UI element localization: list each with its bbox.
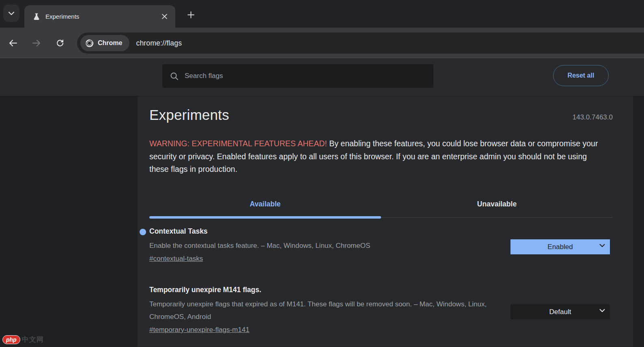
flag-select-value: Enabled [547,243,573,251]
chrome-chip-label: Chrome [98,39,122,47]
flags-tabs: Available Unavailable [149,191,613,218]
flags-content-card: Experiments 143.0.7463.0 WARNING: EXPERI… [138,96,633,347]
search-flags-input[interactable] [185,72,426,80]
browser-toolbar: Chrome chrome://flags [0,28,644,58]
watermark-text: 中文网 [22,335,44,344]
flask-icon [32,13,41,21]
tab-available[interactable]: Available [149,191,381,217]
search-flags-box[interactable] [162,64,433,88]
php-logo: php [2,335,20,344]
experimental-warning: WARNING: EXPERIMENTAL FEATURES AHEAD! By… [149,137,607,176]
flag-name: Contextual Tasks [149,227,610,236]
back-button[interactable] [5,35,21,51]
flags-search-band: Reset all [0,58,644,96]
flag-select-value: Default [549,308,571,316]
flag-description: Enable the contextual tasks feature. – M… [149,239,503,252]
plus-icon [187,11,194,18]
chevron-down-icon [8,11,15,15]
php-cn-watermark: php 中文网 [2,335,44,344]
chrome-site-chip[interactable]: Chrome [80,35,129,51]
flag-value-select[interactable]: Default [510,304,610,319]
forward-button[interactable] [28,35,45,51]
reset-all-button[interactable]: Reset all [553,65,609,86]
chrome-logo-icon [85,39,94,48]
browser-version: 143.0.7463.0 [573,113,613,123]
search-icon [170,72,179,80]
tab-search-chevron-button[interactable] [3,4,19,22]
page-header: Experiments 143.0.7463.0 [149,107,613,123]
tab-strip: Experiments [0,0,644,28]
flag-row-temporary-unexpire-m141: Temporarily unexpire M141 flags. Tempora… [149,286,610,334]
back-arrow-icon [9,39,17,47]
flag-permalink[interactable]: #contextual-tasks [149,255,203,263]
reload-icon [56,39,64,47]
browser-window: { "window": { "tab_title": "Experiments"… [0,0,644,347]
url-text[interactable]: chrome://flags [136,39,182,48]
tab-title: Experiments [45,13,159,20]
new-tab-button[interactable] [183,7,199,23]
browser-tab-experiments[interactable]: Experiments [24,5,175,28]
modified-flag-dot-icon [140,229,146,235]
flag-description: Temporarily unexpire flags that expired … [149,298,503,323]
flag-value-select[interactable]: Enabled [510,239,610,254]
flags-page: Experiments 143.0.7463.0 WARNING: EXPERI… [0,96,644,347]
flag-row-contextual-tasks: Contextual Tasks Enable the contextual t… [149,227,610,263]
forward-arrow-icon [32,39,41,47]
address-bar[interactable]: Chrome chrome://flags [77,33,644,54]
tab-close-button[interactable] [159,11,170,22]
chevron-down-icon [599,244,605,247]
flag-permalink[interactable]: #temporary-unexpire-flags-m141 [149,326,250,334]
page-title: Experiments [149,107,229,123]
reload-button[interactable] [52,35,68,51]
flag-name: Temporarily unexpire M141 flags. [149,286,610,294]
chevron-down-icon [599,309,605,312]
tab-unavailable[interactable]: Unavailable [381,191,613,217]
warning-highlight: WARNING: EXPERIMENTAL FEATURES AHEAD! [149,139,327,148]
